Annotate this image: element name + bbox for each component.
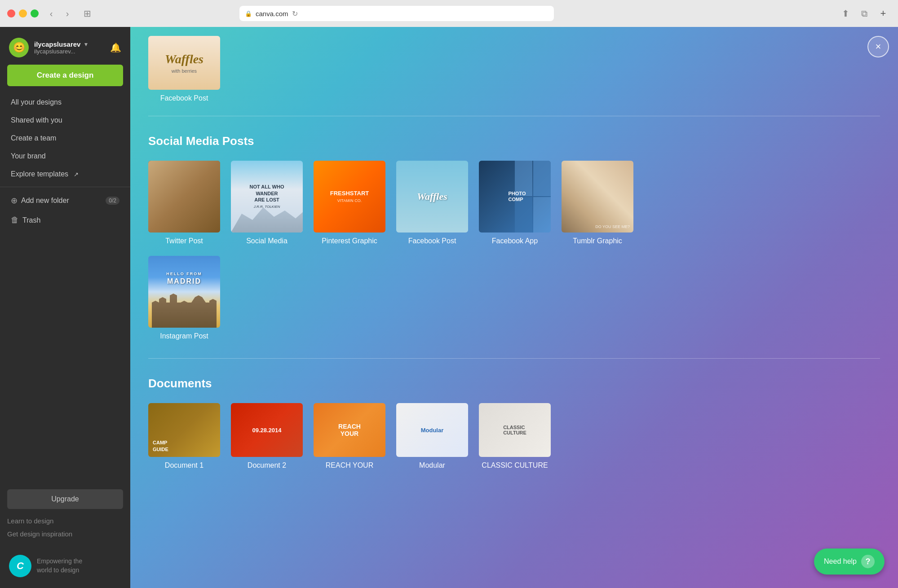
dropdown-arrow-icon: ▼: [83, 41, 88, 48]
refresh-button[interactable]: ↻: [292, 9, 298, 18]
doc-3-thumbnail: REACHYOUR: [314, 403, 385, 457]
sidebar-item-your-brand[interactable]: Your brand: [0, 147, 130, 165]
need-help-button[interactable]: Need help ?: [814, 549, 885, 575]
instagram-post-label: Instagram Post: [160, 332, 208, 340]
share-button[interactable]: ⬆: [838, 6, 853, 21]
tumblr-graphic-label: Tumblr Graphic: [573, 237, 622, 245]
help-icon: ?: [861, 555, 875, 568]
sidebar-item-create-team[interactable]: Create a team: [0, 129, 130, 147]
section-divider: [148, 358, 880, 359]
new-tab-button[interactable]: +: [876, 6, 891, 21]
minimize-traffic-light[interactable]: [19, 9, 27, 18]
documents-cards-row: CAMPGUIDE Document 1 09.28.2014 Document…: [148, 403, 880, 470]
social-media-posts-section: Social Media Posts WILSHIREBAKERY Twitte…: [148, 134, 880, 340]
section-title-documents: Documents: [148, 377, 880, 391]
tumblr-graphic-card[interactable]: DO YOU SEE ME? Tumblr Graphic: [562, 161, 633, 245]
doc-1-label: Document 1: [165, 461, 203, 470]
canva-logo-section: C Empowering theworld to design: [0, 548, 130, 581]
canva-logo: C: [9, 555, 31, 577]
sidebar-item-label: Add new folder: [21, 197, 69, 205]
facebook-app-thumbnail: PHOTOCOMP: [479, 161, 551, 233]
doc-4-label: Modular: [419, 461, 445, 470]
doc-1-thumbnail: CAMPGUIDE: [148, 403, 220, 457]
document-5-card[interactable]: CLASSICCULTURE CLASSIC CULTURE: [479, 403, 551, 470]
lock-icon: 🔒: [245, 10, 252, 17]
sidebar: 😊 ilycapslusarev ▼ ilycapslusarev... 🔔 C…: [0, 27, 130, 588]
facebook-app-label: Facebook App: [492, 237, 538, 245]
window-button[interactable]: ⧉: [857, 6, 872, 21]
social-media-second-row: HELLO FROM MADRID Instagram Post: [148, 256, 880, 340]
traffic-lights: [7, 9, 39, 18]
social-media-label: Social Media: [246, 237, 288, 245]
doc-2-thumbnail: 09.28.2014: [231, 403, 303, 457]
top-facebook-post-card[interactable]: Waffles with berries Facebook Post: [148, 36, 220, 102]
doc-4-thumbnail: Modular: [396, 403, 468, 457]
twitter-post-label: Twitter Post: [165, 237, 203, 245]
document-4-card[interactable]: Modular Modular: [396, 403, 468, 470]
doc-5-label: CLASSIC CULTURE: [482, 461, 548, 470]
facebook-post-label: Facebook Post: [408, 237, 456, 245]
social-media-cards-row: WILSHIREBAKERY Twitter Post NOT ALL WHOW…: [148, 161, 880, 245]
sidebar-item-shared-with-you[interactable]: Shared with you: [0, 111, 130, 129]
tumblr-graphic-thumbnail: DO YOU SEE ME?: [562, 161, 633, 233]
need-help-label: Need help: [824, 557, 857, 566]
close-traffic-light[interactable]: [7, 9, 15, 18]
user-email: ilycapslusarev...: [34, 48, 105, 55]
design-inspiration-link[interactable]: Get design inspiration: [7, 527, 123, 540]
url-text: canva.com: [256, 10, 288, 18]
sidebar-item-label: Shared with you: [11, 116, 62, 124]
facebook-post-card[interactable]: Waffles Facebook Post: [396, 161, 468, 245]
sidebar-item-label: Trash: [22, 216, 40, 224]
nav-buttons: ‹ ›: [44, 6, 75, 21]
sidebar-toggle-button[interactable]: ⊞: [84, 8, 91, 19]
folder-badge: 0/2: [106, 197, 119, 205]
pinterest-graphic-card[interactable]: FRESHSTART Vitamin Co. Pinterest Graphic: [314, 161, 385, 245]
sidebar-item-label: Your brand: [11, 152, 46, 160]
main-content: × Waffles with berries Facebook Post Soc…: [130, 27, 898, 588]
sidebar-item-trash[interactable]: 🗑 Trash: [0, 211, 130, 230]
pinterest-graphic-thumbnail: FRESHSTART Vitamin Co.: [314, 161, 385, 233]
instagram-post-thumbnail: HELLO FROM MADRID: [148, 256, 220, 328]
trash-icon: 🗑: [11, 215, 19, 225]
section-title-social-media: Social Media Posts: [148, 134, 880, 148]
facebook-post-thumbnail: Waffles: [396, 161, 468, 233]
document-1-card[interactable]: CAMPGUIDE Document 1: [148, 403, 220, 470]
forward-button[interactable]: ›: [60, 6, 75, 21]
document-2-card[interactable]: 09.28.2014 Document 2: [231, 403, 303, 470]
add-folder-icon: ⊕: [11, 196, 18, 206]
facebook-post-thumbnail: Waffles with berries: [148, 36, 220, 90]
top-section: Waffles with berries Facebook Post: [148, 27, 880, 116]
social-media-thumbnail: NOT ALL WHOWANDERARE LOSTJ.R.R. Tolkien: [231, 161, 303, 233]
twitter-post-card[interactable]: WILSHIREBAKERY Twitter Post: [148, 161, 220, 245]
address-bar[interactable]: 🔒 canva.com ↻: [239, 6, 554, 21]
browser-actions: ⬆ ⧉ +: [838, 6, 891, 21]
app-container: 😊 ilycapslusarev ▼ ilycapslusarev... 🔔 C…: [0, 27, 898, 588]
social-media-card[interactable]: NOT ALL WHOWANDERARE LOSTJ.R.R. Tolkien …: [231, 161, 303, 245]
create-design-button[interactable]: Create a design: [7, 65, 123, 86]
doc-2-label: Document 2: [248, 461, 286, 470]
sidebar-item-all-designs[interactable]: All your designs: [0, 93, 130, 111]
avatar: 😊: [9, 38, 29, 57]
facebook-app-card[interactable]: PHOTOCOMP Facebook App: [479, 161, 551, 245]
learn-to-design-link[interactable]: Learn to design: [7, 514, 123, 527]
username[interactable]: ilycapslusarev ▼: [34, 40, 105, 48]
document-3-card[interactable]: REACHYOUR REACH YOUR: [314, 403, 385, 470]
sidebar-item-add-folder[interactable]: ⊕ Add new folder 0/2: [0, 191, 130, 211]
browser-chrome: ‹ › ⊞ 🔒 canva.com ↻ ⬆ ⧉ +: [0, 0, 898, 27]
canva-tagline: Empowering theworld to design: [37, 557, 82, 575]
close-button[interactable]: ×: [867, 36, 889, 57]
pinterest-graphic-label: Pinterest Graphic: [322, 237, 377, 245]
sidebar-item-label: Create a team: [11, 134, 56, 142]
user-section: 😊 ilycapslusarev ▼ ilycapslusarev... 🔔: [0, 34, 130, 65]
sidebar-item-label: Explore templates: [11, 170, 68, 178]
upgrade-button[interactable]: Upgrade: [7, 489, 123, 509]
doc-3-label: REACH YOUR: [326, 461, 373, 470]
maximize-traffic-light[interactable]: [31, 9, 39, 18]
user-info: ilycapslusarev ▼ ilycapslusarev...: [34, 40, 105, 55]
sidebar-item-explore-templates[interactable]: Explore templates ↗: [0, 165, 130, 183]
notification-button[interactable]: 🔔: [110, 42, 121, 53]
instagram-post-card[interactable]: HELLO FROM MADRID Instagram Post: [148, 256, 220, 340]
sidebar-item-label: All your designs: [11, 98, 62, 106]
back-button[interactable]: ‹: [44, 6, 58, 21]
documents-section: Documents CAMPGUIDE Document 1 09.28.201…: [148, 377, 880, 470]
